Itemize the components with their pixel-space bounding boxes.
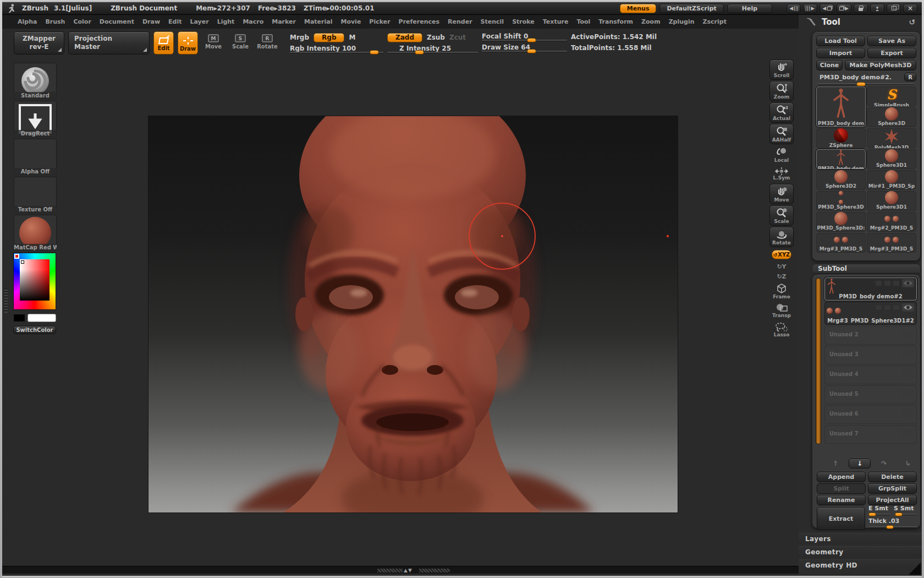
subtool-item-mrg-3-pm3d-sphere3d1-2[interactable]: Mrg#3_PM3D_Sphere3D1#2: [824, 302, 917, 325]
close-icon[interactable]: ×: [903, 4, 917, 13]
subtool-item-pm3d-body-demo-2[interactable]: PM3D_body demo#2: [824, 277, 917, 301]
section-layers[interactable]: Layers: [799, 533, 922, 544]
menu-layer[interactable]: Layer: [190, 18, 208, 25]
rightshelf-scale[interactable]: Scale: [769, 205, 794, 226]
projectall-button[interactable]: ProjectAll: [868, 495, 917, 505]
sculpted-head-model[interactable]: [148, 116, 678, 512]
menu-zscript[interactable]: Zscript: [703, 18, 727, 25]
menu-picker[interactable]: Picker: [369, 18, 390, 25]
extract-button[interactable]: Extract: [817, 507, 865, 530]
subtool-section-header[interactable]: SubTool: [812, 264, 921, 274]
menu-stencil[interactable]: Stencil: [481, 18, 504, 25]
subtool-down-icon[interactable]: ↓: [849, 459, 871, 468]
menu-render[interactable]: Render: [448, 18, 472, 25]
menu-light[interactable]: Light: [217, 18, 235, 25]
divider-grip-right[interactable]: [419, 569, 450, 572]
divider-grip-left[interactable]: [377, 569, 403, 572]
lock-icon[interactable]: [854, 4, 868, 13]
section-geometry-hd[interactable]: Geometry HD: [799, 559, 922, 570]
minimize-icon[interactable]: ▾: [870, 4, 884, 13]
s-smt-slider[interactable]: [895, 512, 917, 516]
scale-mode-button[interactable]: S Scale: [229, 31, 252, 54]
tool-item-simplebrush[interactable]: SSimpleBrush: [867, 86, 916, 106]
subtool-item-unused-7[interactable]: Unused 7: [824, 425, 917, 444]
resize-grip[interactable]: [909, 563, 921, 575]
rotate-y-icon[interactable]: ↻Y: [777, 262, 786, 271]
edit-mode-button[interactable]: Edit: [153, 31, 174, 54]
rgb-toggle[interactable]: Rgb: [314, 33, 344, 42]
rightshelf-lasso[interactable]: Lasso: [769, 320, 794, 339]
append-button[interactable]: Append: [817, 472, 866, 482]
menu-document[interactable]: Document: [100, 18, 134, 25]
rightshelf-rotate[interactable]: Rotate: [769, 227, 794, 247]
rightshelf-actual[interactable]: x1Actual: [769, 102, 794, 123]
rightshelf-local[interactable]: Local: [769, 145, 794, 163]
tool-item-pm3d-body-dem[interactable]: PM3D_body dem: [816, 86, 866, 127]
panel-reset-icon[interactable]: ↺: [909, 18, 915, 26]
rightshelf-xyz[interactable]: ↺XYZ: [772, 250, 791, 259]
mrgb-toggle[interactable]: Mrgb: [290, 34, 309, 41]
load-tool-button[interactable]: Load Tool: [816, 36, 865, 46]
color-picker[interactable]: [13, 253, 56, 310]
left-divider-grip[interactable]: [4, 288, 8, 313]
visibility-eye-icon[interactable]: [902, 303, 914, 312]
rename-button[interactable]: Rename: [817, 495, 866, 505]
tool-item-sphere3d[interactable]: Sphere3D: [867, 107, 916, 127]
menu-macro[interactable]: Macro: [243, 18, 263, 25]
menus-button[interactable]: Menus: [620, 4, 657, 13]
draw-size-slider[interactable]: Draw Size 64: [482, 43, 567, 52]
rightshelf-move[interactable]: Move: [769, 184, 794, 204]
rightshelf-zoom[interactable]: Zoom: [769, 81, 794, 101]
tool-item-zsphere[interactable]: ZSphere: [816, 128, 866, 148]
tool-name-slider[interactable]: [818, 82, 914, 85]
make-polymesh3d-button[interactable]: Make PolyMesh3D: [845, 60, 916, 70]
tool-item-mir-1-pm3d-sp[interactable]: Mir#1 _PM3D_Sp: [867, 170, 916, 190]
import-button[interactable]: Import: [816, 48, 865, 58]
tool-item-mrg-3-pm3d-s[interactable]: Mrg#3_PM3D_S: [867, 233, 916, 253]
menu-movie[interactable]: Movie: [340, 18, 361, 25]
tool-item-mrg-2-pm3d-s[interactable]: Mrg#2_PM3D_S: [867, 212, 916, 232]
menu-tool[interactable]: Tool: [576, 18, 590, 25]
e-smt-slider[interactable]: [868, 512, 890, 516]
subtool-scrollbar[interactable]: [816, 279, 821, 444]
saturation-square[interactable]: [20, 259, 50, 301]
subtool-item-unused-3[interactable]: Unused 3: [824, 346, 917, 364]
m-toggle[interactable]: M: [349, 34, 355, 41]
save-as-button[interactable]: Save As: [867, 36, 916, 46]
menu-transform[interactable]: Transform: [598, 18, 633, 25]
tool-item-sphere3d1[interactable]: Sphere3D1: [867, 149, 916, 169]
tool-item-pm3d-body-dem[interactable]: PM3D_body dem: [816, 149, 866, 169]
menu-stroke[interactable]: Stroke: [512, 18, 535, 25]
canvas[interactable]: [2, 29, 799, 576]
z-intensity-slider[interactable]: Z Intensity 25: [387, 45, 478, 53]
menu-marker[interactable]: Marker: [272, 18, 296, 25]
move-palettes-right-icon[interactable]: ▶: [837, 4, 851, 13]
document-viewport[interactable]: [148, 116, 678, 512]
menu-draw[interactable]: Draw: [142, 18, 160, 25]
menu-texture[interactable]: Texture: [543, 18, 569, 25]
subtool-shift-up-icon[interactable]: ↷: [873, 459, 895, 468]
subtool-item-unused-2[interactable]: Unused 2: [824, 326, 917, 345]
menu-zplugin[interactable]: Zplugin: [669, 18, 695, 25]
primary-color-swatch[interactable]: [28, 314, 56, 322]
split-button[interactable]: Split: [817, 483, 866, 494]
help-button[interactable]: Help: [727, 4, 772, 13]
menu-color[interactable]: Color: [73, 18, 91, 25]
menu-alpha[interactable]: Alpha: [18, 18, 37, 25]
tool-item-pm3d-sphere3d-[interactable]: PM3D_Sphere3D:: [816, 212, 866, 232]
rightshelf-aahalf[interactable]: AAHalf: [769, 124, 794, 144]
rotate-z-icon[interactable]: ↻Z: [777, 272, 786, 281]
menu-edit[interactable]: Edit: [168, 18, 182, 25]
menu-brush[interactable]: Brush: [45, 18, 65, 25]
divider-arrows-icon[interactable]: ▲▼: [404, 568, 413, 573]
tool-item-sphere3d2[interactable]: Sphere3D2: [816, 170, 866, 190]
move-mode-button[interactable]: M Move: [202, 31, 225, 54]
tool-item-mrg-3-pm3d-s[interactable]: Mrg#3_PM3D_S: [816, 233, 866, 253]
move-palettes-left-icon[interactable]: ◀: [820, 4, 834, 13]
rightshelf-frame[interactable]: Frame: [769, 282, 794, 300]
rightshelf-l-sym[interactable]: L.Sym: [769, 165, 794, 183]
restore-icon[interactable]: [887, 4, 901, 13]
subtool-item-unused-6[interactable]: Unused 6: [824, 405, 917, 424]
menu-preferences[interactable]: Preferences: [399, 18, 439, 25]
secondary-color-swatch[interactable]: [13, 314, 25, 322]
